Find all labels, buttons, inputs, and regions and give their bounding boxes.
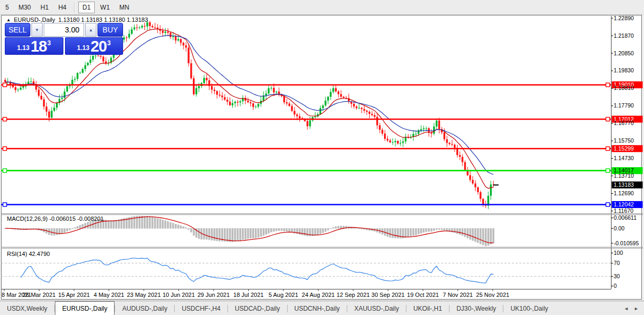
trading-terminal: 5M30H1H4D1W1MN 1.190101.170121.152991.14…	[0, 0, 644, 315]
sell-price-prefix: 1.13	[17, 44, 29, 52]
chart-tab-bar: USDX,WeeklyEURUSD-,DailyAUDUSD-,DailyUSD…	[0, 301, 644, 315]
svg-text:1.12042: 1.12042	[614, 201, 634, 208]
svg-text:10 Jun 2021: 10 Jun 2021	[162, 292, 195, 298]
svg-text:24 Aug 2021: 24 Aug 2021	[302, 292, 335, 298]
ohlc-values: 1.13180 1.13183 1.13180 1.13183	[59, 16, 148, 23]
chart-tab-usdcnh-daily[interactable]: USDCNH-,Daily	[288, 301, 347, 315]
volume-input[interactable]: 3.00	[44, 23, 84, 37]
buy-price-pips: 20	[91, 39, 107, 53]
sell-price-point: 3	[47, 39, 51, 47]
rsi-indicator-label: RSI(14) 42.4790	[7, 251, 50, 257]
rsi-pane: 10070300	[1, 250, 623, 289]
volume-increase-button[interactable]: ▲	[85, 23, 96, 37]
svg-text:1.13183: 1.13183	[614, 181, 634, 188]
sell-button[interactable]: SELL	[5, 23, 30, 37]
svg-text:1.22890: 1.22890	[614, 15, 634, 21]
svg-text:0: 0	[614, 283, 617, 289]
chart-tab-xauusd-daily[interactable]: XAUUSD-,Daily	[347, 301, 406, 315]
collapse-icon[interactable]: ▲	[6, 18, 11, 22]
chart-tab-audusd-daily[interactable]: AUDUSD-,Daily	[115, 301, 174, 315]
svg-text:19 Oct 2021: 19 Oct 2021	[407, 292, 439, 298]
svg-text:0.00: 0.00	[614, 225, 625, 231]
buy-price-point: 3	[107, 39, 111, 47]
buy-price-display[interactable]: 1.13 20 3	[65, 37, 124, 55]
svg-text:25 Nov 2021: 25 Nov 2021	[476, 292, 509, 298]
svg-text:4 May 2021: 4 May 2021	[94, 292, 124, 298]
tab-scroll-right-icon[interactable]: ►	[634, 306, 639, 311]
svg-text:0.006611: 0.006611	[614, 214, 637, 221]
svg-text:12 Sep 2021: 12 Sep 2021	[337, 292, 370, 298]
chart-tab-usdchf-h4[interactable]: USDCHF-,H4	[175, 301, 227, 315]
svg-text:1.17790: 1.17790	[614, 102, 634, 109]
svg-text:100: 100	[614, 250, 623, 256]
chart-title: ▲ EURUSD-,Daily 1.13180 1.13183 1.13180 …	[6, 16, 148, 23]
symbol-title: EURUSD-,Daily	[14, 16, 55, 23]
sell-price-pips: 18	[30, 39, 46, 53]
svg-text:1.18810: 1.18810	[614, 85, 634, 91]
svg-text:1.15299: 1.15299	[614, 145, 634, 152]
svg-text:18 Jul 2021: 18 Jul 2021	[233, 292, 264, 298]
svg-text:1.15750: 1.15750	[614, 137, 634, 144]
sell-price-display[interactable]: 1.13 18 3	[5, 37, 63, 55]
buy-button[interactable]: BUY	[97, 23, 123, 37]
svg-text:1.12690: 1.12690	[614, 190, 634, 196]
svg-text:29 Jun 2021: 29 Jun 2021	[198, 292, 230, 298]
svg-text:5 Aug 2021: 5 Aug 2021	[268, 292, 298, 298]
chart-tab-eurusd-daily[interactable]: EURUSD-,Daily	[55, 301, 115, 315]
svg-text:23 May 2021: 23 May 2021	[127, 292, 161, 298]
date-axis: 8 Mar 202126 Mar 202115 Apr 20214 May 20…	[2, 289, 509, 298]
one-click-trade-panel: SELL ▼ 3.00 ▲ BUY 1.13 18 3 1.13 20 3	[5, 23, 123, 55]
svg-text:1.13710: 1.13710	[614, 172, 634, 179]
tab-scroll-left-icon[interactable]: ◄	[624, 306, 629, 311]
chart-tab-ukoil-h1[interactable]: UKOil-,H1	[406, 301, 449, 315]
volume-decrease-button[interactable]: ▼	[31, 23, 43, 37]
svg-text:1.16770: 1.16770	[614, 120, 634, 126]
chart-tab-uk100-daily[interactable]: UK100-,Daily	[503, 301, 555, 315]
svg-text:1.19830: 1.19830	[614, 67, 634, 73]
svg-text:1.21870: 1.21870	[614, 32, 634, 39]
chart-tab-usdcad-daily[interactable]: USDCAD-,Daily	[228, 301, 287, 315]
svg-text:7 Nov 2021: 7 Nov 2021	[443, 292, 472, 298]
svg-text:26 Mar 2021: 26 Mar 2021	[23, 292, 56, 298]
chart-tab-usdx-weekly[interactable]: USDX,Weekly	[0, 301, 54, 315]
svg-text:15 Apr 2021: 15 Apr 2021	[58, 292, 89, 298]
buy-price-prefix: 1.13	[77, 44, 89, 52]
svg-text:1.11670: 1.11670	[614, 208, 633, 214]
chart-tab-dj30-weekly[interactable]: DJ30-,Weekly	[450, 301, 503, 315]
svg-text:30 Sep 2021: 30 Sep 2021	[371, 292, 404, 298]
svg-text:30: 30	[614, 273, 620, 279]
svg-text:1.14730: 1.14730	[614, 155, 634, 161]
svg-text:-0.010595: -0.010595	[614, 240, 639, 246]
macd-indicator-label: MACD(12,26,9) -0.006015 -0.008201	[7, 215, 104, 222]
svg-text:70: 70	[614, 260, 620, 266]
horizontal-level-lines[interactable]: 1.190101.170121.152991.140171.120421.131…	[1, 81, 643, 208]
svg-text:1.20850: 1.20850	[614, 50, 634, 56]
